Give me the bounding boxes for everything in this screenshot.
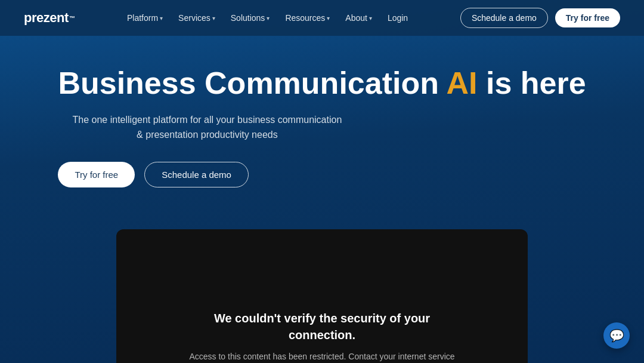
nav-actions: Schedule a demo Try for free	[460, 8, 620, 28]
nav-item-solutions[interactable]: Solutions ▾	[225, 10, 276, 26]
chevron-down-icon: ▾	[369, 15, 372, 21]
chat-bubble-button[interactable]: 💬	[603, 322, 630, 349]
nav-item-resources[interactable]: Resources ▾	[279, 10, 336, 26]
nav-link-platform[interactable]: Platform ▾	[121, 10, 169, 26]
nav-item-platform[interactable]: Platform ▾	[121, 10, 169, 26]
page-wrapper: prezent™ Platform ▾ Services ▾ Solutions…	[0, 0, 644, 363]
chevron-down-icon: ▾	[160, 15, 163, 21]
logo[interactable]: prezent™	[24, 10, 75, 26]
nav-link-resources[interactable]: Resources ▾	[279, 10, 336, 26]
logo-text: prezent	[24, 10, 69, 26]
hero-buttons: Try for free Schedule a demo	[58, 162, 586, 187]
schedule-demo-hero-button[interactable]: Schedule a demo	[144, 162, 249, 187]
nav-link-login[interactable]: Login	[382, 10, 414, 26]
content-area: Business Communication AI is here The on…	[0, 36, 644, 363]
schedule-demo-nav-button[interactable]: Schedule a demo	[460, 8, 548, 28]
title-before-ai: Business Communication	[58, 66, 446, 100]
nav-item-services[interactable]: Services ▾	[172, 10, 221, 26]
try-for-free-nav-button[interactable]: Try for free	[555, 8, 620, 27]
logo-trademark: ™	[69, 15, 75, 21]
nav-item-login[interactable]: Login	[382, 10, 414, 26]
hero-title: Business Communication AI is here	[58, 66, 586, 101]
video-embed-container: We couldn't verify the security of your …	[116, 229, 528, 363]
bottom-section: We couldn't verify the security of your …	[116, 211, 528, 363]
chat-icon: 💬	[609, 328, 624, 343]
title-ai: AI	[446, 66, 477, 100]
hero-section: Business Communication AI is here The on…	[58, 66, 586, 211]
hero-subtitle: The one intelligent platform for all you…	[58, 112, 356, 143]
navbar: prezent™ Platform ▾ Services ▾ Solutions…	[0, 0, 644, 36]
chevron-down-icon: ▾	[327, 15, 330, 21]
nav-links: Platform ▾ Services ▾ Solutions ▾ Resour…	[121, 10, 414, 26]
nav-link-services[interactable]: Services ▾	[172, 10, 221, 26]
chevron-down-icon: ▾	[212, 15, 215, 21]
title-after-ai: is here	[477, 66, 586, 100]
video-error-title: We couldn't verify the security of your …	[185, 310, 459, 343]
chevron-down-icon: ▾	[267, 15, 270, 21]
nav-link-about[interactable]: About ▾	[339, 10, 378, 26]
video-error-body: Access to this content has been restrict…	[185, 350, 459, 363]
video-message: We couldn't verify the security of your …	[173, 298, 471, 363]
try-for-free-hero-button[interactable]: Try for free	[58, 162, 135, 187]
nav-link-solutions[interactable]: Solutions ▾	[225, 10, 276, 26]
nav-item-about[interactable]: About ▾	[339, 10, 378, 26]
